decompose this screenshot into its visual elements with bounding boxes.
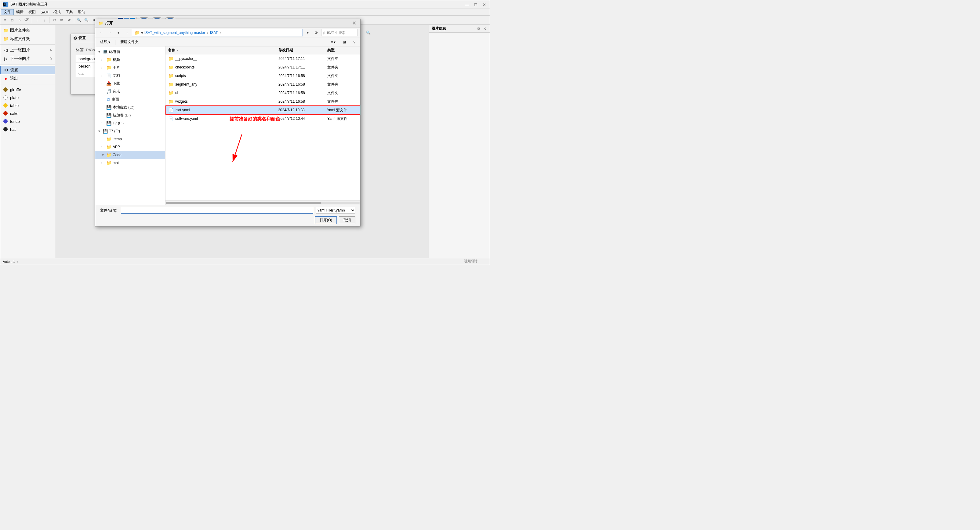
label-hat[interactable]: hat [0, 125, 55, 133]
tool-pen[interactable]: ✏ [2, 17, 8, 24]
open-button[interactable]: 打开(O) [315, 216, 337, 224]
breadcrumb-item-2[interactable]: ISAT [210, 30, 218, 35]
tool-cut[interactable]: ✂ [51, 17, 58, 24]
nav-up-button[interactable]: ↑ [123, 29, 130, 37]
label-fence[interactable]: fence [0, 117, 55, 125]
search-input[interactable] [323, 31, 365, 35]
tree-toggle-desktop[interactable]: › [101, 98, 105, 101]
breadcrumb-bar[interactable]: 📁 « ISAT_with_segment_anything-master › … [132, 29, 303, 37]
tool-up[interactable]: ↑ [33, 17, 40, 24]
organize-button[interactable]: 组织 ▾ [98, 39, 113, 45]
breadcrumb-item-1[interactable]: ISAT_with_segment_anything-master [145, 30, 205, 35]
panel-close-button[interactable]: ✕ [482, 26, 487, 31]
view-list-button[interactable]: ≡ ▾ [328, 40, 338, 45]
menu-file[interactable]: 文件 [1, 9, 14, 15]
tree-item-pictures[interactable]: › 📁 图片 [95, 64, 165, 72]
tree-icon-t7: 💾 [103, 129, 108, 134]
tool-circle[interactable]: ○ [16, 17, 23, 24]
tool-copy[interactable]: ⧉ [58, 17, 65, 24]
nav-dropdown-2-button[interactable]: ▾ [304, 29, 312, 37]
sidebar-item-prev[interactable]: ◁ 上一张图片 A [0, 46, 55, 54]
close-button[interactable]: ✕ [481, 2, 487, 7]
nav-back-button[interactable]: ← [98, 29, 105, 37]
tree-toggle-drive-d[interactable]: › [101, 114, 105, 117]
tree-toggle-mnt[interactable]: › [101, 161, 105, 165]
menu-view[interactable]: 视图 [26, 9, 38, 15]
tool-delete[interactable]: ⌫ [24, 17, 30, 24]
label-giraffe[interactable]: giraffe [0, 86, 55, 94]
tree-item-t7-root[interactable]: ▼ 💾 T7 (F:) [95, 127, 165, 135]
view-preview-button[interactable]: ⊞ [340, 40, 348, 45]
tree-toggle-t7[interactable]: ▼ [98, 129, 101, 133]
footer-filename-input[interactable] [121, 207, 313, 214]
tree-item-downloads[interactable]: › 📥 下载 [95, 80, 165, 88]
tree-item-drive-d[interactable]: › 💾 新加卷 (D:) [95, 111, 165, 119]
tool-rotate[interactable]: ⟳ [66, 17, 72, 24]
col-type-header[interactable]: 类型 [327, 48, 358, 53]
tree-toggle-videos[interactable]: › [101, 58, 105, 61]
help-button[interactable]: ? [351, 40, 358, 45]
minimize-button[interactable]: — [464, 2, 470, 7]
footer-filetype-select[interactable]: Yaml File(*.yaml) [316, 207, 355, 214]
sidebar-item-next[interactable]: ▷ 下一张图片 D [0, 54, 55, 63]
file-hscroll[interactable] [165, 201, 360, 205]
cancel-button[interactable]: 取消 [339, 216, 355, 224]
menu-edit[interactable]: 编辑 [14, 9, 26, 15]
tree-item-code[interactable]: ▼ 📁 Code [95, 151, 165, 159]
tool-down[interactable]: ↓ [41, 17, 48, 24]
tree-item-desktop[interactable]: › 🖥 桌面 [95, 95, 165, 103]
tree-item-computer[interactable]: ▼ 💻 此电脑 [95, 48, 165, 56]
tool-zoom-out[interactable]: 🔍 [83, 17, 90, 24]
menu-tools[interactable]: 工具 [63, 9, 75, 15]
col-date-header[interactable]: 修改日期 [278, 48, 327, 53]
tree-item-videos[interactable]: › 📁 视频 [95, 56, 165, 64]
file-row-pycache[interactable]: 📁 __pycache__ 2024/7/11 17:11 文件夹 [165, 54, 360, 63]
tree-item-mnt[interactable]: › 📁 mnt [95, 159, 165, 167]
tree-item-music[interactable]: › 🎵 音乐 [95, 88, 165, 95]
label-table[interactable]: table [0, 102, 55, 109]
file-row-ui[interactable]: 📁 ui 2024/7/11 16:58 文件夹 [165, 89, 360, 97]
nav-refresh-button[interactable]: ⟳ [313, 29, 320, 37]
sidebar-item-label-folder[interactable]: 📁 标签文件夹 [0, 35, 55, 43]
file-dialog-close[interactable]: ✕ [351, 20, 357, 26]
maximize-button[interactable]: □ [473, 2, 479, 7]
tree-toggle-docs[interactable]: › [101, 74, 105, 77]
tree-toggle-downloads[interactable]: › [101, 82, 105, 85]
menu-mode[interactable]: 模式 [51, 9, 63, 15]
nav-forward-button[interactable]: → [106, 29, 114, 37]
tree-toggle-drive-f[interactable]: › [101, 122, 105, 125]
file-row-software-yaml[interactable]: 📄 software.yaml 2024/7/12 10:44 Yaml 源文件 [165, 114, 360, 123]
file-row-isat-yaml[interactable]: 📄 isat.yaml 2024/7/12 10:38 Yaml 源文件 [165, 106, 360, 114]
tree-item-docs[interactable]: › 📄 文档 [95, 72, 165, 80]
sidebar-item-quit[interactable]: ● 退出 [0, 74, 55, 83]
tree-item-drive-f[interactable]: › 💾 T7 (F:) [95, 119, 165, 127]
file-row-scripts[interactable]: 📁 scripts 2024/7/11 16:58 文件夹 [165, 72, 360, 80]
tree-toggle-drive-c[interactable]: › [101, 106, 105, 109]
tree-item-drive-c[interactable]: › 💾 本地磁盘 (C:) [95, 103, 165, 111]
tree-icon-downloads: 📥 [106, 81, 111, 86]
nav-dropdown-button[interactable]: ▾ [115, 29, 122, 37]
tree-item-app[interactable]: › 📁 APP [95, 143, 165, 151]
menu-sam[interactable]: SAM [38, 9, 51, 15]
hscroll-thumb [166, 202, 321, 204]
new-folder-button[interactable]: 新建文件夹 [118, 39, 141, 45]
tree-toggle-music[interactable]: › [101, 90, 105, 93]
search-bar[interactable]: 🔍 [321, 29, 358, 37]
col-name-header[interactable]: 名称 ▲ [168, 48, 278, 53]
file-row-checkpoints[interactable]: 📁 checkpoints 2024/7/11 17:11 文件夹 [165, 63, 360, 72]
tree-toggle-pictures[interactable]: › [101, 66, 105, 69]
tool-rect[interactable]: □ [9, 17, 16, 24]
tree-toggle-computer[interactable]: ▼ [98, 50, 101, 53]
menu-help[interactable]: 帮助 [75, 9, 88, 15]
tool-zoom-in[interactable]: 🔍 [76, 17, 83, 24]
label-plate[interactable]: plate [0, 94, 55, 102]
panel-float-button[interactable]: ⧉ [476, 26, 481, 31]
label-cake[interactable]: cake [0, 109, 55, 117]
file-row-segment-any[interactable]: 📁 segment_any 2024/7/11 16:58 文件夹 [165, 80, 360, 89]
file-row-widgets[interactable]: 📁 widgets 2024/7/11 16:58 文件夹 [165, 97, 360, 106]
tree-toggle-app[interactable]: › [101, 145, 105, 149]
sidebar-item-settings[interactable]: ⚙ 设置 [0, 66, 55, 74]
tree-item-temp[interactable]: 📁 .temp [95, 135, 165, 143]
sidebar-item-image-folder[interactable]: 📁 图片文件夹 [0, 26, 55, 35]
tree-toggle-code[interactable]: ▼ [101, 153, 105, 157]
